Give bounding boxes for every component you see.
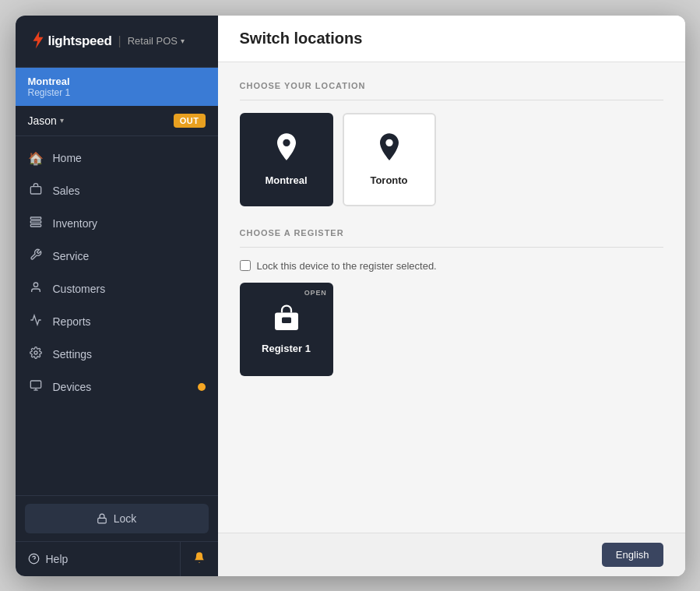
svg-rect-0: [30, 186, 40, 193]
location-cards: Montreal Toronto: [240, 113, 663, 206]
lightspeed-logo-icon: [28, 30, 48, 53]
register-card-label: Register 1: [262, 343, 311, 354]
pos-chevron-icon: ▾: [181, 37, 185, 45]
page-title: Switch locations: [240, 30, 663, 47]
user-chevron-icon: ▾: [60, 116, 64, 125]
svg-rect-1: [30, 217, 40, 220]
sidebar-item-inventory[interactable]: Inventory: [16, 207, 218, 240]
sidebar-header: lightspeed | Retail POS ▾: [16, 16, 218, 68]
svg-rect-6: [30, 381, 40, 388]
help-icon: [28, 553, 40, 565]
sidebar-item-reports[interactable]: Reports: [16, 305, 218, 338]
sidebar-item-home-label: Home: [53, 152, 82, 164]
montreal-pin-icon: [274, 133, 299, 168]
lock-device-checkbox[interactable]: [240, 260, 251, 271]
sidebar-item-home[interactable]: 🏠 Home: [16, 142, 218, 174]
bell-icon: [193, 551, 206, 564]
svg-rect-2: [30, 220, 40, 223]
customers-icon: [28, 281, 44, 297]
sidebar-item-devices-label: Devices: [53, 381, 92, 393]
lock-button[interactable]: Lock: [25, 504, 209, 533]
svg-rect-9: [97, 518, 106, 522]
inventory-icon: [28, 216, 44, 231]
nav-list: 🏠 Home Sales: [16, 136, 218, 495]
register-cards: OPEN Register 1: [240, 283, 663, 376]
sidebar-item-devices[interactable]: Devices: [16, 371, 218, 403]
sidebar: lightspeed | Retail POS ▾ Montreal Regis…: [16, 16, 218, 576]
service-icon: [28, 248, 44, 264]
lock-device-label: Lock this device to the register selecte…: [257, 260, 437, 272]
help-label: Help: [46, 553, 69, 565]
register-divider: [240, 247, 663, 248]
location-card-toronto[interactable]: Toronto: [343, 113, 436, 206]
sidebar-item-settings-label: Settings: [53, 348, 93, 361]
register-icon: [273, 304, 301, 338]
sidebar-item-settings[interactable]: Settings: [16, 338, 218, 371]
svg-point-5: [34, 351, 37, 354]
reports-icon: [28, 314, 44, 329]
user-status-badge: OUT: [174, 114, 206, 128]
sidebar-item-reports-label: Reports: [53, 315, 91, 328]
main-body: CHOOSE YOUR LOCATION Montreal: [218, 62, 685, 533]
sidebar-item-service-label: Service: [53, 250, 90, 262]
sales-icon: [28, 183, 44, 199]
main-content: Switch locations CHOOSE YOUR LOCATION Mo…: [218, 16, 685, 576]
settings-icon: [28, 347, 44, 362]
svg-rect-3: [30, 224, 40, 227]
sidebar-item-inventory-label: Inventory: [53, 217, 98, 230]
lock-icon: [97, 513, 107, 524]
register-open-badge: OPEN: [304, 289, 327, 297]
devices-icon: [28, 379, 44, 395]
sidebar-item-sales-label: Sales: [53, 185, 80, 197]
sidebar-item-customers[interactable]: Customers: [16, 273, 218, 305]
choose-location-label: CHOOSE YOUR LOCATION: [240, 81, 663, 90]
sidebar-item-service[interactable]: Service: [16, 240, 218, 273]
location-bar[interactable]: Montreal Register 1: [16, 68, 218, 106]
sidebar-item-sales[interactable]: Sales: [16, 174, 218, 207]
location-name: Montreal: [28, 76, 206, 87]
location-card-montreal[interactable]: Montreal: [240, 113, 333, 206]
sidebar-bottom: Lock: [16, 495, 218, 541]
svg-point-4: [33, 283, 37, 287]
location-divider: [240, 100, 663, 100]
language-label: English: [616, 549, 649, 561]
user-bar: Jason ▾ OUT: [16, 106, 218, 136]
devices-notification-dot: [198, 383, 206, 391]
choose-register-label: CHOOSE A REGISTER: [240, 228, 663, 237]
logo-text: lightspeed: [48, 33, 112, 49]
language-button[interactable]: English: [602, 543, 663, 567]
sidebar-item-customers-label: Customers: [53, 283, 106, 295]
main-header: Switch locations: [218, 16, 685, 62]
help-bar: Help: [16, 541, 218, 576]
lock-device-row: Lock this device to the register selecte…: [240, 260, 663, 272]
register-name: Register 1: [28, 87, 206, 98]
register-card-1[interactable]: OPEN Register 1: [240, 283, 333, 376]
logo-divider: |: [118, 34, 121, 48]
user-name-display[interactable]: Jason ▾: [28, 114, 64, 127]
notification-bell-button[interactable]: [180, 542, 218, 576]
toronto-card-label: Toronto: [370, 174, 407, 186]
montreal-card-label: Montreal: [265, 174, 307, 186]
svg-rect-13: [282, 317, 291, 323]
app-window: lightspeed | Retail POS ▾ Montreal Regis…: [16, 16, 685, 576]
home-icon: 🏠: [28, 151, 44, 166]
toronto-pin-icon: [377, 133, 402, 168]
main-footer: English: [218, 533, 685, 576]
help-button[interactable]: Help: [16, 544, 180, 575]
lock-button-label: Lock: [114, 512, 137, 525]
pos-label: Retail POS: [128, 35, 178, 47]
